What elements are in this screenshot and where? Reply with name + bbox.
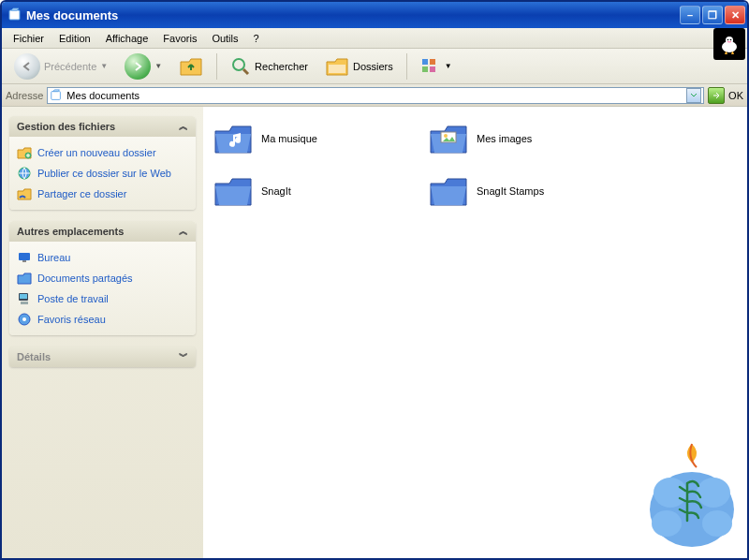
menu-favorites[interactable]: Favoris: [155, 31, 204, 46]
music-folder-icon: [213, 120, 254, 157]
address-value: Mes documents: [66, 90, 140, 101]
back-button[interactable]: Précédente ▼: [7, 50, 114, 83]
back-label: Précédente: [44, 61, 96, 72]
expand-icon: ︾: [179, 350, 188, 363]
other-places-body: Bureau Documents partagés Poste de trava…: [9, 242, 196, 335]
other-places-header[interactable]: Autres emplacements ︽: [9, 221, 196, 242]
up-button[interactable]: [172, 52, 210, 81]
svg-rect-8: [430, 59, 435, 65]
desktop-icon: [17, 250, 32, 265]
toolbar: Précédente ▼ ▼ Rechercher Dossiers ▼: [2, 49, 747, 84]
watermark-icon: [640, 435, 743, 556]
place-shared-docs[interactable]: Documents partagés: [13, 268, 192, 288]
folder-ma-musique[interactable]: Ma musique: [213, 120, 409, 157]
task-share-folder[interactable]: Partager ce dossier: [13, 184, 192, 204]
svg-rect-11: [51, 91, 61, 99]
go-button[interactable]: [708, 87, 725, 104]
place-my-computer[interactable]: Poste de travail: [13, 288, 192, 309]
svg-rect-14: [19, 253, 30, 260]
addressbar: Adresse Mes documents OK: [2, 84, 747, 107]
svg-point-20: [22, 317, 26, 321]
task-publish-web[interactable]: Publier ce dossier sur le Web: [13, 163, 192, 184]
views-dropdown-icon: ▼: [445, 62, 452, 70]
go-arrow-icon: [712, 91, 721, 100]
svg-rect-17: [20, 294, 27, 299]
svg-point-22: [444, 134, 448, 138]
svg-point-24: [654, 478, 687, 508]
maximize-button[interactable]: ❐: [702, 6, 723, 24]
svg-rect-7: [422, 59, 428, 65]
forward-button[interactable]: ▼: [118, 50, 169, 83]
views-icon: [420, 57, 441, 76]
address-dropdown-button[interactable]: [686, 88, 701, 103]
task-label: Créer un nouveau dossier: [37, 147, 156, 158]
address-label: Adresse: [6, 90, 43, 101]
mydocs-small-icon: [50, 89, 63, 102]
folders-button[interactable]: Dossiers: [318, 52, 400, 81]
window-title: Mes documents: [26, 8, 680, 22]
svg-point-3: [726, 37, 733, 44]
search-button[interactable]: Rechercher: [224, 52, 315, 81]
menu-file[interactable]: Fichier: [6, 31, 51, 46]
details-header[interactable]: Détails ︾: [9, 346, 196, 367]
place-label: Bureau: [37, 252, 70, 263]
folder-snagit[interactable]: SnagIt: [213, 172, 409, 210]
address-field[interactable]: Mes documents: [47, 87, 704, 104]
folder-view[interactable]: Ma musique Mes images SnagIt SnagIt Stam…: [203, 107, 747, 558]
svg-point-6: [233, 59, 244, 70]
folder-label: SnagIt Stamps: [477, 185, 544, 197]
svg-rect-0: [9, 10, 20, 20]
pictures-folder-icon: [428, 120, 469, 157]
file-tasks-body: Créer un nouveau dossier Publier ce doss…: [9, 137, 196, 210]
place-desktop[interactable]: Bureau: [13, 247, 192, 268]
search-icon: [230, 56, 251, 77]
new-folder-icon: [17, 145, 32, 160]
window-controls: – ❐ ✕: [680, 6, 745, 24]
details-panel: Détails ︾: [9, 346, 196, 367]
folder-icon: [428, 172, 469, 210]
folder-label: Ma musique: [261, 133, 317, 144]
svg-rect-18: [21, 302, 28, 304]
place-label: Documents partagés: [37, 273, 133, 284]
toolbar-separator: [216, 53, 217, 80]
menu-view[interactable]: Affichage: [98, 31, 156, 46]
place-label: Poste de travail: [37, 293, 109, 304]
svg-rect-10: [430, 66, 435, 72]
svg-point-23: [650, 472, 734, 547]
content-area: Gestion des fichiers ︽ Créer un nouveau …: [2, 107, 747, 558]
task-new-folder[interactable]: Créer un nouveau dossier: [13, 142, 192, 163]
file-tasks-header[interactable]: Gestion des fichiers ︽: [9, 116, 196, 137]
minimize-button[interactable]: –: [680, 6, 700, 24]
folder-label: SnagIt: [261, 185, 291, 197]
menu-help[interactable]: ?: [246, 31, 267, 46]
folder-icon: [213, 172, 254, 210]
mydocs-icon: [7, 7, 22, 22]
svg-point-26: [652, 510, 682, 537]
svg-rect-15: [22, 260, 26, 262]
views-button[interactable]: ▼: [414, 53, 459, 80]
go-label: OK: [728, 90, 743, 101]
app-logo-icon: [713, 28, 745, 60]
globe-icon: [17, 166, 32, 181]
share-icon: [17, 186, 32, 201]
place-network[interactable]: Favoris réseau: [13, 309, 192, 330]
explorer-window: Mes documents – ❐ ✕ Fichier Edition Affi…: [0, 0, 749, 560]
menu-tools[interactable]: Outils: [204, 31, 245, 46]
folders-label: Dossiers: [353, 61, 393, 72]
toolbar-separator: [406, 53, 407, 80]
place-label: Favoris réseau: [37, 314, 106, 325]
tasks-sidebar: Gestion des fichiers ︽ Créer un nouveau …: [2, 107, 203, 558]
folder-up-icon: [179, 55, 203, 78]
close-button[interactable]: ✕: [725, 6, 745, 24]
forward-dropdown-icon: ▼: [154, 62, 162, 70]
file-tasks-title: Gestion des fichiers: [17, 121, 115, 132]
file-tasks-panel: Gestion des fichiers ︽ Créer un nouveau …: [9, 116, 196, 210]
folder-mes-images[interactable]: Mes images: [428, 120, 624, 157]
forward-arrow-icon: [125, 53, 151, 80]
shared-folder-icon: [17, 271, 32, 286]
folder-snagit-stamps[interactable]: SnagIt Stamps: [428, 172, 624, 210]
menu-edit[interactable]: Edition: [51, 31, 98, 46]
back-arrow-icon: [14, 53, 40, 80]
folders-icon: [325, 55, 349, 78]
titlebar[interactable]: Mes documents – ❐ ✕: [2, 2, 747, 28]
